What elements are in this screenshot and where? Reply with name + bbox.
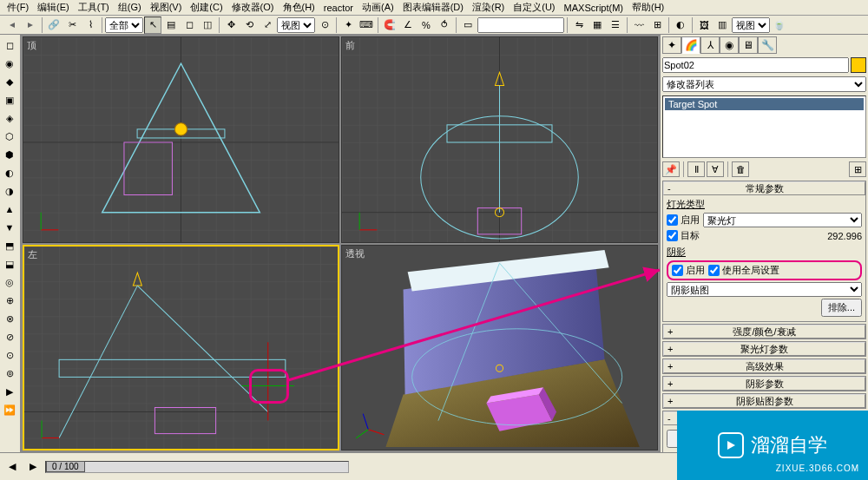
menu-file[interactable]: 件(F) [3,0,32,15]
reactor-btn-18[interactable]: ⊙ [0,346,19,364]
target-checkbox[interactable]: 目标 [667,229,700,242]
tab-create[interactable]: ✦ [662,36,681,54]
reactor-btn-21[interactable]: ⏩ [0,401,19,418]
keyboard-shortcut-button[interactable]: ⌨ [358,16,375,34]
reactor-btn-14[interactable]: ◎ [0,273,19,291]
menu-tools[interactable]: 工具(T) [75,0,113,15]
quick-render-button[interactable]: 🍵 [771,16,788,34]
menu-rendering[interactable]: 渲染(R) [469,0,508,15]
manipulate-button[interactable]: ✦ [339,16,357,34]
menu-animation[interactable]: 动画(A) [358,0,398,15]
reactor-btn-16[interactable]: ⊗ [0,310,19,327]
light-type-dropdown[interactable]: 聚光灯 [703,213,862,227]
tab-hierarchy[interactable]: ⅄ [700,36,720,54]
reactor-btn-19[interactable]: ⊚ [0,365,19,382]
light-enable-checkbox[interactable]: 启用 [667,214,700,227]
link-button[interactable]: 🔗 [45,16,62,34]
reactor-btn-15[interactable]: ⊕ [0,292,19,309]
object-name-input[interactable] [662,57,849,73]
unlink-button[interactable]: ✂ [63,16,81,34]
exclude-button[interactable]: 排除... [821,299,862,317]
modifier-list-dropdown[interactable]: 修改器列表 [662,76,866,92]
undo-button[interactable] [3,16,21,34]
named-selection-input[interactable] [477,17,564,33]
object-color-swatch[interactable] [851,57,866,73]
shadow-type-dropdown[interactable]: 阴影贴图 [667,282,862,297]
reactor-btn-9[interactable]: ◑ [0,182,19,200]
menu-reactor[interactable]: reactor [320,2,357,14]
select-button[interactable]: ↖ [144,16,161,34]
viewport-left[interactable]: 左 [23,245,339,451]
reactor-btn-11[interactable]: ▼ [0,219,19,236]
viewport-front[interactable]: 前 [341,36,658,243]
pin-stack-button[interactable]: 📌 [662,161,680,177]
snap-toggle-button[interactable]: 🧲 [381,16,398,34]
reactor-btn-4[interactable]: ▣ [0,91,19,108]
rollout-intensity[interactable]: +强度/颜色/衰减 [663,325,865,339]
redo-button[interactable] [22,16,39,34]
menu-character[interactable]: 角色(H) [279,0,319,15]
reactor-btn-12[interactable]: ⬒ [0,237,19,254]
viewport-perspective[interactable]: 透视 [341,245,658,451]
mirror-button[interactable]: ⇋ [570,16,588,34]
rollout-general-params[interactable]: -常规参数 [663,181,865,195]
menu-customize[interactable]: 自定义(U) [510,0,558,15]
reactor-btn-8[interactable]: ◐ [0,164,19,181]
rollout-shadowmap-params[interactable]: +阴影贴图参数 [663,394,865,408]
rotate-button[interactable]: ⟲ [240,16,258,34]
pivot-button[interactable]: ⊙ [316,16,333,34]
percent-snap-button[interactable]: % [418,16,435,34]
render-scene-button[interactable]: 🖼 [695,16,713,34]
select-region-button[interactable]: ◻ [181,16,198,34]
shadow-global-checkbox[interactable]: 使用全局设置 [708,264,779,277]
selection-filter-dropdown[interactable]: 全部 [105,17,143,33]
menu-grapheditor[interactable]: 图表编辑器(D) [399,0,467,15]
render-type-button[interactable]: ▥ [713,16,731,34]
stack-item-target-spot[interactable]: Target Spot [665,98,864,110]
menu-create[interactable]: 创建(C) [187,0,226,15]
menu-edit[interactable]: 编辑(E) [34,0,73,15]
window-crossing-button[interactable]: ◫ [199,16,216,34]
reactor-btn-2[interactable]: ◉ [0,55,19,72]
menu-modifiers[interactable]: 修改器(O) [228,0,278,15]
time-next-button[interactable]: ▶ [24,458,42,476]
layers-button[interactable]: ☰ [607,16,624,34]
reactor-btn-5[interactable]: ◈ [0,109,19,127]
tab-motion[interactable]: ◉ [720,36,739,54]
configure-sets-button[interactable]: ⊞ [849,161,866,177]
angle-snap-button[interactable]: ∠ [399,16,417,34]
tab-utilities[interactable]: 🔧 [758,36,777,54]
named-selection-button[interactable]: ▭ [459,16,477,34]
curve-editor-button[interactable]: 〰 [630,16,648,34]
reactor-btn-13[interactable]: ⬓ [0,255,19,273]
reactor-btn-3[interactable]: ◆ [0,73,19,90]
rollout-spotlight[interactable]: +聚光灯参数 [663,342,865,356]
time-slider[interactable]: 0 / 100 [46,461,85,472]
reactor-btn-6[interactable]: ⬡ [0,128,19,145]
reactor-btn-7[interactable]: ⬢ [0,146,19,163]
scale-button[interactable]: ⤢ [259,16,276,34]
tab-modify[interactable]: 🌈 [681,36,700,54]
shadow-enable-checkbox[interactable]: 启用 [672,264,705,277]
time-prev-button[interactable]: ◀ [3,458,21,476]
show-end-result-button[interactable]: Ⅱ [687,161,705,177]
remove-modifier-button[interactable]: 🗑 [732,161,749,177]
bind-spacewarp-button[interactable]: ⌇ [82,16,99,34]
material-editor-button[interactable]: ◐ [672,16,689,34]
reactor-btn-17[interactable]: ⊘ [0,328,19,345]
move-button[interactable]: ✥ [222,16,240,34]
reactor-btn-20[interactable]: ▶ [0,383,19,400]
align-button[interactable]: ▦ [589,16,606,34]
make-unique-button[interactable]: ∀ [707,161,724,177]
rollout-shadow-params[interactable]: +阴影参数 [663,377,865,391]
tab-display[interactable]: 🖥 [739,36,758,54]
reactor-btn-10[interactable]: ▲ [0,201,19,218]
modifier-stack[interactable]: Target Spot [662,95,866,158]
track-bar[interactable]: 0 / 100 [45,461,349,473]
rollout-advanced[interactable]: +高级效果 [663,359,865,373]
menu-help[interactable]: 帮助(H) [628,0,667,15]
spinner-snap-button[interactable]: ⥀ [436,16,453,34]
select-by-name-button[interactable]: ▤ [162,16,180,34]
ref-coord-dropdown[interactable]: 视图 [277,17,315,33]
menu-maxscript[interactable]: MAXScript(M) [561,2,627,14]
